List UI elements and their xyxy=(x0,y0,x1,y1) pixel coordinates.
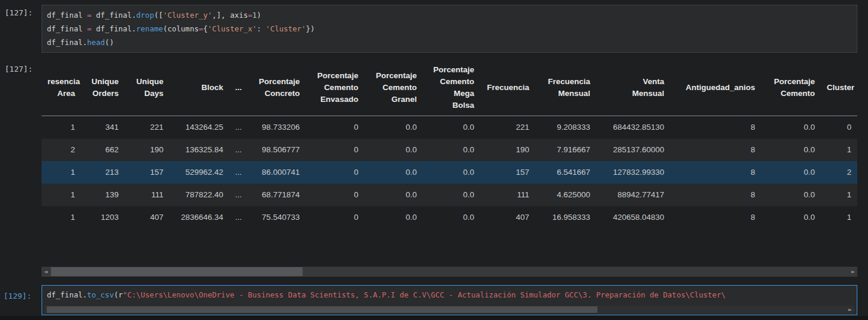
column-header: Porcentaje Cemento Mega Bolsa xyxy=(423,60,481,116)
table-scrollbar-thumb[interactable] xyxy=(51,267,303,276)
table-cell: 407 xyxy=(480,206,535,229)
table-cell: 111 xyxy=(125,184,170,206)
code-cell-input[interactable]: df_final = df_final.drop(['Cluster_y',],… xyxy=(42,5,857,53)
table-cell: 0.0 xyxy=(761,116,821,139)
table-cell: 8 xyxy=(670,206,761,229)
table-cell: 2 xyxy=(821,161,857,184)
table-cell: 8 xyxy=(670,161,761,184)
column-header: Frecuencia Mensual xyxy=(535,60,596,116)
table-cell: ... xyxy=(229,184,246,206)
table-cell: 213 xyxy=(81,161,125,184)
table-cell: 8 xyxy=(670,116,761,139)
table-cell: 4.625000 xyxy=(535,184,596,206)
column-header: Frecuencia xyxy=(480,60,535,116)
table-cell: 0.0 xyxy=(423,184,481,206)
column-header: Cluster xyxy=(821,60,857,116)
table-horizontal-scrollbar[interactable]: ◄ ► xyxy=(42,267,857,277)
csv-scrollbar-thumb[interactable] xyxy=(47,306,597,313)
table-cell: 221 xyxy=(480,116,535,139)
table-cell: 190 xyxy=(125,139,170,161)
table-cell: 0.0 xyxy=(761,161,821,184)
table-cell: 407 xyxy=(125,206,170,229)
table-cell: 8 xyxy=(670,184,761,206)
table-cell: 127832.99330 xyxy=(596,161,670,184)
table-cell: 0.0 xyxy=(364,116,423,139)
code-line: df_final = df_final.drop(['Cluster_y',],… xyxy=(47,8,852,22)
table-cell: 0.0 xyxy=(761,206,821,229)
table-cell: 221 xyxy=(125,116,170,139)
table-cell: 2836646.34 xyxy=(170,206,230,229)
execution-count-output: [127]: xyxy=(5,65,33,73)
table-cell: 86.000741 xyxy=(246,161,306,184)
table-cell: 157 xyxy=(480,161,535,184)
table-cell: 0 xyxy=(306,139,364,161)
table-cell: 1 xyxy=(42,116,81,139)
table-cell: 0.0 xyxy=(761,139,821,161)
table-cell: 529962.42 xyxy=(170,161,230,184)
table-cell: 0 xyxy=(821,116,857,139)
table-cell: 98.506777 xyxy=(246,139,306,161)
table-cell: 662 xyxy=(81,139,125,161)
table-cell: 0.0 xyxy=(423,161,481,184)
code-cell-tocsv[interactable]: df_final.to_csv(r"C:\Users\Lenovo\OneDri… xyxy=(42,285,857,315)
table-cell: 16.958333 xyxy=(535,206,596,229)
code-line: df_final.head() xyxy=(47,36,852,49)
table-cell: ... xyxy=(229,116,246,139)
table-cell: 0.0 xyxy=(364,206,423,229)
scroll-right-arrow-icon[interactable]: ► xyxy=(849,267,857,277)
code-editor-csv[interactable]: df_final.to_csv(r"C:\Users\Lenovo\OneDri… xyxy=(47,288,852,302)
table-cell: 787822.40 xyxy=(170,184,230,206)
column-header: Block xyxy=(170,60,230,116)
table-cell: ... xyxy=(229,161,246,184)
execution-count-csv: [129]: xyxy=(4,292,31,300)
table-cell: 1 xyxy=(821,206,857,229)
column-header: Porcentaje Cemento Envasado xyxy=(306,60,364,116)
table-cell: 1203 xyxy=(81,206,125,229)
table-cell: 1 xyxy=(42,161,81,184)
csv-scroll-right-arrow-icon[interactable]: ► xyxy=(846,306,854,313)
column-header: resencia Area xyxy=(42,60,81,116)
table-row: 1341221143264.25...98.73320600.00.02219.… xyxy=(42,116,857,139)
table-cell: 0 xyxy=(306,184,364,206)
table-cell: 684432.85130 xyxy=(596,116,670,139)
table-cell: 139 xyxy=(81,184,125,206)
table-cell: 75.540733 xyxy=(246,206,306,229)
table-cell: 1 xyxy=(42,184,81,206)
table-cell: 143264.25 xyxy=(170,116,230,139)
table-cell: 0.0 xyxy=(364,139,423,161)
table-cell: 2 xyxy=(42,139,81,161)
code-editor[interactable]: df_final = df_final.drop(['Cluster_y',],… xyxy=(47,8,852,49)
table-row: 112034072836646.34...75.54073300.00.0407… xyxy=(42,206,857,229)
csv-cell-horizontal-scrollbar[interactable]: ◄ ► xyxy=(44,306,854,313)
table-cell: 285137.60000 xyxy=(596,139,670,161)
column-header: Venta Mensual xyxy=(596,60,670,116)
table-cell: 341 xyxy=(81,116,125,139)
table-cell: ... xyxy=(229,206,246,229)
table-cell: 0.0 xyxy=(423,139,481,161)
table-cell: 190 xyxy=(480,139,535,161)
column-header: Porcentaje Cemento Granel xyxy=(364,60,423,116)
table-cell: 111 xyxy=(480,184,535,206)
table-cell: 136325.84 xyxy=(170,139,230,161)
table-cell: ... xyxy=(229,139,246,161)
table-row: 1213157529962.42...86.00074100.00.01576.… xyxy=(42,161,857,184)
code-line: df_final.to_csv(r"C:\Users\Lenovo\OneDri… xyxy=(47,288,852,302)
table-cell: 1 xyxy=(821,139,857,161)
table-cell: 98.733206 xyxy=(246,116,306,139)
table-cell: 9.208333 xyxy=(535,116,596,139)
dataframe-table: resencia AreaUnique OrdersUnique DaysBlo… xyxy=(42,60,857,229)
table-cell: 6.541667 xyxy=(535,161,596,184)
table-cell: 1 xyxy=(821,184,857,206)
table-cell: 0 xyxy=(306,116,364,139)
column-header: Porcentaje Concreto xyxy=(246,60,306,116)
column-header: Unique Days xyxy=(125,60,170,116)
table-row: 1139111787822.40...68.77187400.00.01114.… xyxy=(42,184,857,206)
table-cell: 420658.04830 xyxy=(596,206,670,229)
window-bottom-edge xyxy=(0,316,868,320)
column-header: Porcentaje Cemento xyxy=(761,60,821,116)
table-cell: 0 xyxy=(306,206,364,229)
table-cell: 0 xyxy=(306,161,364,184)
column-header: ... xyxy=(229,60,246,116)
table-row: 2662190136325.84...98.50677700.00.01907.… xyxy=(42,139,857,161)
scroll-left-arrow-icon[interactable]: ◄ xyxy=(42,267,50,277)
